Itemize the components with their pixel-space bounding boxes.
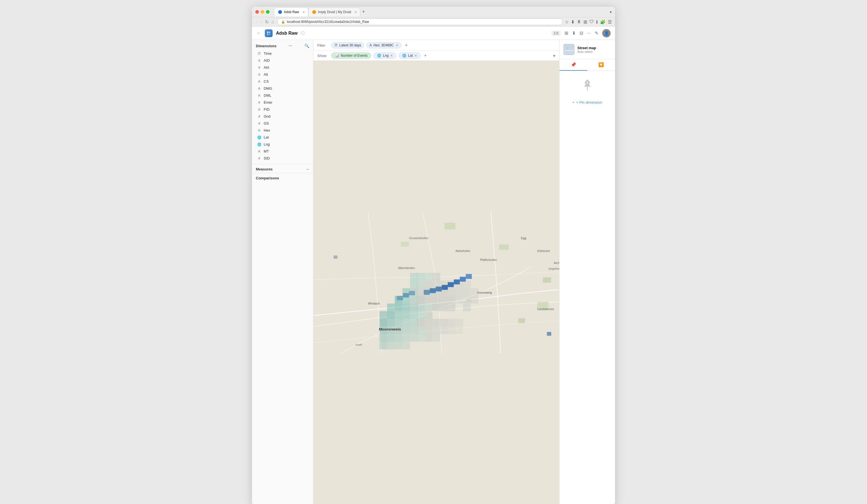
pin-dimension-button[interactable]: + + Pin dimension	[572, 100, 602, 105]
filter-time-icon: ⏱	[334, 43, 338, 47]
sidebar-item-dml[interactable]: A DML	[252, 92, 313, 99]
svg-rect-107	[403, 293, 409, 298]
share-icon[interactable]: ⊟	[580, 31, 583, 36]
sidebar-item-lat[interactable]: 🌐 Lat	[252, 134, 313, 141]
svg-rect-20	[410, 296, 418, 303]
app-info-icon[interactable]: ⓘ	[301, 31, 305, 36]
new-tab-button[interactable]: +	[360, 9, 367, 15]
svg-rect-84	[471, 296, 478, 303]
tab-filter[interactable]: 🔽	[587, 59, 616, 71]
secure-icon: 🔒	[281, 20, 285, 24]
show-chip-lng[interactable]: 🌐 Lng ✕	[373, 53, 396, 59]
app-back-button[interactable]: ←	[256, 30, 261, 36]
svg-rect-17	[425, 296, 432, 303]
download-icon[interactable]: ⬇	[571, 19, 575, 24]
tab-pin[interactable]: 📌	[559, 59, 587, 71]
sidebar-item-emer[interactable]: # Emer	[252, 99, 313, 106]
show-events-icon: 📊	[335, 54, 339, 57]
hash-icon-alt: #	[257, 73, 261, 77]
reload-button[interactable]: ↻	[264, 19, 270, 25]
back-button[interactable]: ‹	[255, 19, 259, 25]
tab-close-adsb[interactable]: ✕	[302, 11, 305, 14]
svg-rect-46	[387, 303, 395, 311]
edit-icon[interactable]: ✎	[595, 31, 598, 36]
measures-more-button[interactable]: ···	[306, 167, 309, 171]
show-chip-lng-close[interactable]: ✕	[390, 54, 393, 57]
minimize-button[interactable]	[260, 10, 264, 14]
info-icon[interactable]: ℹ	[596, 19, 598, 24]
tab-close-druid[interactable]: ✕	[354, 11, 357, 14]
map-container[interactable]: Grunertshofen Adelshofen Pfaffenhofen Eg…	[313, 61, 559, 504]
map-label-ziegelhutte: Ziegelhütte	[548, 267, 559, 270]
grid-icon[interactable]: ⊞	[584, 19, 587, 24]
sidebar-item-mt[interactable]: A MT	[252, 148, 313, 155]
dimensions-more-button[interactable]: ···	[289, 43, 292, 48]
map-label-egg: Egg	[521, 236, 526, 240]
tab-adsb-raw[interactable]: 🔵 Adsb Raw ✕	[274, 8, 308, 17]
svg-rect-49	[395, 319, 402, 326]
svg-rect-2	[267, 33, 268, 35]
map-label-aich: Aich	[554, 261, 559, 265]
sidebar-item-hex[interactable]: A Hex	[252, 127, 313, 134]
map-label-windach: Windach	[368, 302, 380, 305]
sidebar-item-aid[interactable]: # AID	[252, 57, 313, 64]
maximize-button[interactable]	[266, 10, 269, 14]
sidebar-item-gs[interactable]: # GS	[252, 120, 313, 127]
layout-icon[interactable]: ⊞	[565, 31, 568, 36]
show-chip-lat-close[interactable]: ✕	[415, 54, 417, 57]
show-dropdown-button[interactable]: ▾	[553, 53, 555, 58]
sidebar-item-dmg[interactable]: A DMG	[252, 85, 313, 92]
hash-icon-emer: #	[257, 100, 261, 105]
sidebar-item-alrt[interactable]: # Alrt	[252, 64, 313, 71]
svg-rect-67	[448, 319, 455, 326]
bookmark-icon[interactable]: ☆	[565, 19, 569, 24]
puzzle-icon[interactable]: 🧩	[600, 19, 606, 24]
sidebar-item-lng[interactable]: 🌐 Lng	[252, 141, 313, 148]
show-chip-events[interactable]: 📊 Number of Events	[331, 53, 371, 59]
sidebar-item-alt[interactable]: # Alt	[252, 71, 313, 78]
comparisons-label: Comparisons	[256, 176, 279, 180]
tab-imply-druid[interactable]: 🟠 Imply Druid | My Druid ✕	[308, 8, 360, 17]
user-avatar[interactable]: 👤	[602, 29, 611, 37]
add-show-button[interactable]: +	[423, 53, 428, 59]
svg-rect-34	[425, 311, 432, 319]
geo-icon-lat: 🌐	[257, 136, 261, 139]
sidebar-item-cs[interactable]: A CS	[252, 78, 313, 85]
svg-rect-96	[425, 273, 432, 280]
download-data-icon[interactable]: ⬇	[572, 31, 576, 36]
svg-rect-78	[432, 334, 440, 342]
tab-list-button[interactable]: ▾	[610, 10, 612, 14]
svg-rect-5	[445, 223, 455, 229]
sidebar-item-time[interactable]: ⏱ Time	[252, 50, 313, 57]
add-filter-button[interactable]: +	[404, 42, 409, 48]
svg-rect-51	[410, 319, 418, 326]
show-chip-lat[interactable]: 🌐 Lat ✕	[399, 53, 421, 59]
svg-rect-31	[403, 311, 410, 319]
extensions-icon[interactable]: ⏸	[577, 19, 581, 24]
show-lat-icon: 🌐	[402, 54, 406, 57]
dimensions-search-button[interactable]: 🔍	[304, 44, 309, 48]
filter-chip-hex[interactable]: A Hex: 3D489C ✕	[366, 42, 402, 48]
forward-button[interactable]: ›	[259, 19, 263, 25]
comparisons-header: Comparisons	[252, 173, 313, 182]
sidebar-item-sid[interactable]: # SID	[252, 155, 313, 162]
filter-chip-hex-close[interactable]: ✕	[396, 44, 398, 47]
shield-icon[interactable]: 🛡	[589, 19, 594, 24]
sidebar-item-fid[interactable]: # FID	[252, 106, 313, 113]
pin-add-icon: +	[572, 100, 575, 105]
text-icon-dmg: A	[257, 87, 261, 90]
menu-icon[interactable]: ☰	[608, 19, 612, 24]
show-lat-label: Lat	[408, 54, 413, 57]
close-button[interactable]	[255, 10, 259, 14]
map-label-adelshofen: Adelshofen	[455, 249, 470, 253]
sidebar-item-gnd[interactable]: # Gnd	[252, 113, 313, 120]
filter-chip-time[interactable]: ⏱ Latest 30 days	[331, 42, 364, 48]
more-options-icon[interactable]: ···	[587, 31, 591, 36]
home-button[interactable]: ⌂	[270, 19, 275, 25]
map-label-albertshofen: Albertshofen	[398, 266, 415, 270]
address-bar[interactable]: 🔒 localhost:9095/pivot/i/0cc32191ceada0c…	[277, 19, 563, 25]
svg-rect-76	[417, 334, 425, 342]
svg-rect-35	[432, 303, 440, 311]
map-label-grunertshofen: Grunertshofen	[409, 236, 428, 240]
svg-rect-65	[440, 319, 448, 326]
